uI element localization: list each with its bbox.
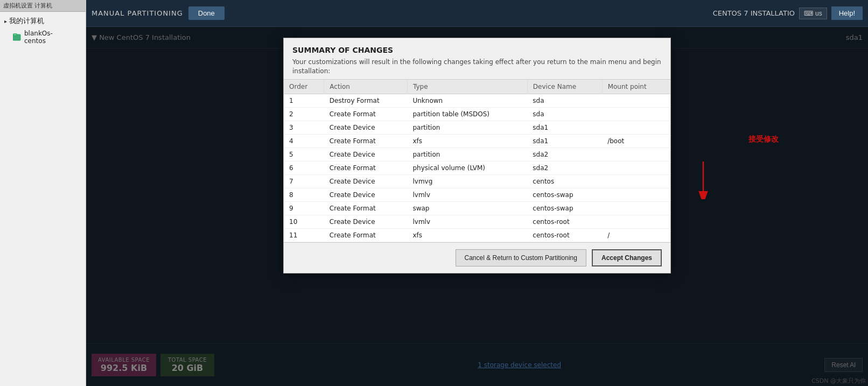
sidebar-top-bar: 虚拟机设置 计算机 [0, 0, 86, 12]
dialog-overlay: SUMMARY OF CHANGES Your customizations w… [86, 27, 868, 386]
keyboard-icon: ⌨ [804, 10, 813, 17]
cell-order: 4 [284, 134, 324, 148]
cell-action: Create Format [324, 201, 408, 215]
cell-action: Create Device [324, 215, 408, 228]
cell-action: Create Format [324, 107, 408, 121]
table-row: 7Create Devicelvmvgcentos [284, 174, 670, 188]
cell-action: Create Format [324, 134, 408, 148]
cell-type: partition [407, 148, 527, 161]
cell-action: Create Device [324, 148, 408, 161]
cell-mount: /boot [602, 134, 670, 148]
keyboard-lang-label: us [815, 10, 822, 17]
accept-changes-button[interactable]: Accept Changes [592, 249, 662, 266]
main-area: MANUAL PARTITIONING Done CENTOS 7 INSTAL… [86, 0, 868, 386]
cell-type: xfs [407, 228, 527, 242]
cell-action: Create Device [324, 121, 408, 134]
cell-device: centos-swap [527, 201, 602, 215]
cell-order: 8 [284, 188, 324, 201]
table-row: 9Create Formatswapcentos-swap [284, 201, 670, 215]
cell-device: sda [527, 94, 602, 107]
cell-device: sda [527, 107, 602, 121]
cell-mount [602, 201, 670, 215]
dialog-header: SUMMARY OF CHANGES Your customizations w… [284, 38, 670, 80]
sidebar-subitem-centos[interactable]: blankOs-centos [0, 28, 86, 46]
cell-type: lvmvg [407, 174, 527, 188]
cell-order: 10 [284, 215, 324, 228]
cell-device: centos-root [527, 228, 602, 242]
col-order: Order [284, 80, 324, 94]
summary-dialog: SUMMARY OF CHANGES Your customizations w… [283, 38, 671, 273]
table-row: 6Create Formatphysical volume (LVM)sda2 [284, 161, 670, 174]
cell-action: Create Format [324, 161, 408, 174]
cancel-button[interactable]: Cancel & Return to Custom Partitioning [456, 249, 586, 266]
done-button[interactable]: Done [188, 6, 225, 20]
cell-type: physical volume (LVM) [407, 161, 527, 174]
table-row: 1Destroy FormatUnknownsda [284, 94, 670, 107]
changes-table: Order Action Type Device Name Mount poin… [284, 80, 670, 242]
cell-device: centos-swap [527, 188, 602, 201]
cell-order: 3 [284, 121, 324, 134]
cell-mount [602, 94, 670, 107]
cell-action: Create Format [324, 228, 408, 242]
col-mount: Mount point [602, 80, 670, 94]
dialog-title: SUMMARY OF CHANGES [292, 46, 662, 54]
cell-mount [602, 188, 670, 201]
col-type: Type [407, 80, 527, 94]
cell-device: sda1 [527, 121, 602, 134]
cell-device: centos [527, 174, 602, 188]
content-area: ▼ New CentOS 7 Installation sda1 SUMMARY… [86, 27, 868, 386]
sidebar-section: ▸ 我的计算机 blankOs-centos [0, 12, 86, 48]
sidebar-top-label: 虚拟机设置 计算机 [3, 2, 53, 9]
my-computer-label: 我的计算机 [9, 16, 44, 26]
cell-action: Destroy Format [324, 94, 408, 107]
table-row: 4Create Formatxfssda1/boot [284, 134, 670, 148]
cell-mount [602, 148, 670, 161]
table-row: 8Create Devicelvmlvcentos-swap [284, 188, 670, 201]
annotation-label: 接受修改 [748, 135, 779, 144]
annotation-arrow-icon [682, 156, 714, 199]
centos-title: CENTOS 7 INSTALLATIO [713, 9, 795, 17]
cell-type: Unknown [407, 94, 527, 107]
header-right: CENTOS 7 INSTALLATIO ⌨ us Help! [713, 6, 863, 20]
svg-rect-1 [13, 33, 17, 36]
header-title: MANUAL PARTITIONING [92, 9, 183, 17]
cell-order: 1 [284, 94, 324, 107]
cell-device: sda2 [527, 148, 602, 161]
table-header-row: Order Action Type Device Name Mount poin… [284, 80, 670, 94]
cell-order: 5 [284, 148, 324, 161]
cell-order: 2 [284, 107, 324, 121]
cell-device: sda1 [527, 134, 602, 148]
cell-device: sda2 [527, 161, 602, 174]
top-header: MANUAL PARTITIONING Done CENTOS 7 INSTAL… [86, 0, 868, 27]
cell-type: xfs [407, 134, 527, 148]
cell-order: 7 [284, 174, 324, 188]
table-row: 5Create Devicepartitionsda2 [284, 148, 670, 161]
cell-mount [602, 174, 670, 188]
sidebar: 虚拟机设置 计算机 ▸ 我的计算机 blankOs-centos [0, 0, 86, 386]
col-action: Action [324, 80, 408, 94]
table-row: 11Create Formatxfscentos-root/ [284, 228, 670, 242]
keyboard-button[interactable]: ⌨ us [799, 8, 827, 19]
cell-action: Create Device [324, 174, 408, 188]
table-row: 2Create Formatpartition table (MSDOS)sda [284, 107, 670, 121]
expand-arrow-icon: ▸ [4, 18, 7, 24]
vm-file-icon [13, 33, 22, 41]
dialog-subtitle: Your customizations will result in the f… [292, 58, 662, 76]
dialog-table-container: Order Action Type Device Name Mount poin… [284, 80, 670, 242]
cell-mount [602, 215, 670, 228]
sidebar-item-my-computer[interactable]: ▸ 我的计算机 [0, 14, 86, 28]
dialog-footer: Cancel & Return to Custom Partitioning A… [284, 242, 670, 273]
help-button[interactable]: Help! [831, 6, 863, 20]
cell-mount: / [602, 228, 670, 242]
cell-type: lvmlv [407, 188, 527, 201]
table-row: 3Create Devicepartitionsda1 [284, 121, 670, 134]
table-row: 10Create Devicelvmlvcentos-root [284, 215, 670, 228]
cell-device: centos-root [527, 215, 602, 228]
header-left: MANUAL PARTITIONING Done [92, 6, 225, 20]
cell-type: lvmlv [407, 215, 527, 228]
cell-type: partition [407, 121, 527, 134]
cell-mount [602, 121, 670, 134]
cell-mount [602, 161, 670, 174]
cell-order: 9 [284, 201, 324, 215]
cell-type: swap [407, 201, 527, 215]
